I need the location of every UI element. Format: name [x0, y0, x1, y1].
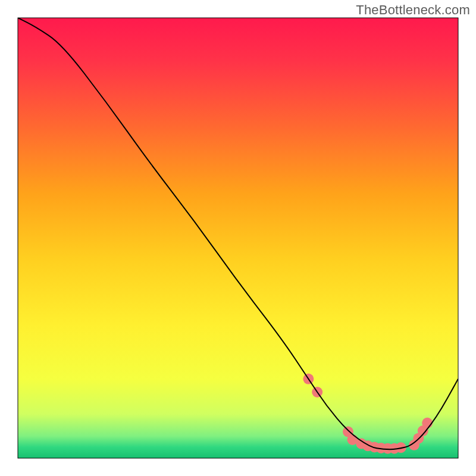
watermark-text: TheBottleneck.com [356, 2, 470, 18]
bottleneck-chart [0, 0, 476, 476]
chart-frame: TheBottleneck.com [0, 0, 476, 476]
marker-dot [422, 418, 433, 428]
plot-background [18, 18, 458, 458]
